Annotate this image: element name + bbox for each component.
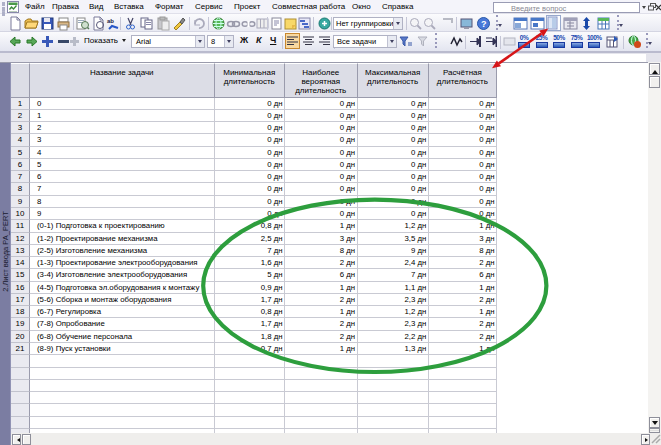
svg-text:?: ? (481, 19, 487, 29)
svg-text:ab: ab (107, 18, 114, 24)
